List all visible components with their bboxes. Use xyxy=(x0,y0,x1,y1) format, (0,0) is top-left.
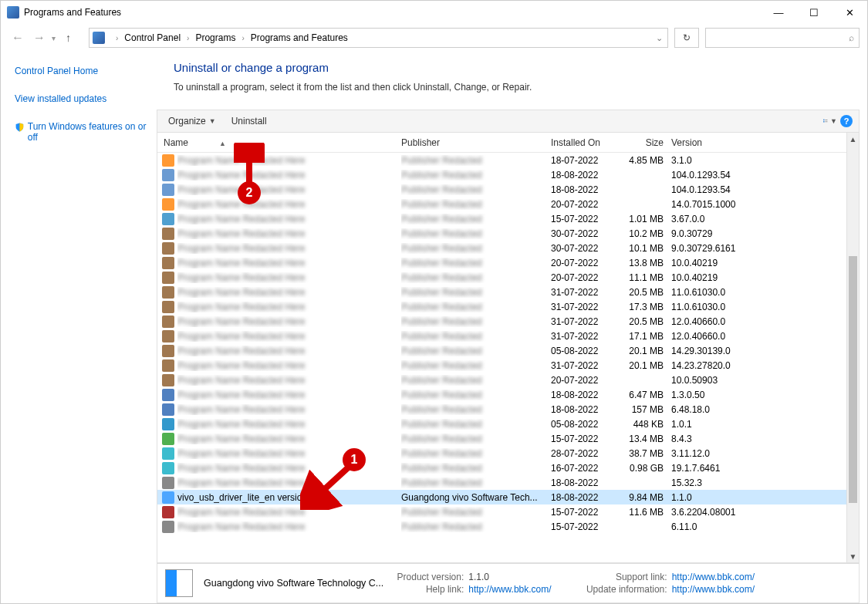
cell-name: Program Name Redacted Here xyxy=(177,199,401,210)
link-view-installed-updates[interactable]: View installed updates xyxy=(15,93,147,104)
cell-version: 12.0.40660.0 xyxy=(671,331,779,342)
program-icon xyxy=(162,374,174,386)
table-row[interactable]: Program Name Redacted HerePublisher Reda… xyxy=(157,285,846,299)
maximize-button[interactable]: ☐ xyxy=(796,1,832,24)
scrollbar[interactable]: ▲ ▼ xyxy=(846,133,859,562)
label-update-info: Update information: xyxy=(575,584,667,595)
forward-button[interactable]: → xyxy=(30,29,49,47)
cell-name: vivo_usb_driver_lite_en version 1.1.0 xyxy=(177,492,401,503)
cell-name: Program Name Redacted Here xyxy=(177,302,401,312)
table-row[interactable]: Program Name Redacted HerePublisher Reda… xyxy=(157,226,846,241)
table-row[interactable]: Program Name Redacted HerePublisher Reda… xyxy=(157,461,846,475)
history-dropdown[interactable]: ▾ xyxy=(52,34,61,42)
table-row[interactable]: Program Name Redacted HerePublisher Reda… xyxy=(157,343,846,358)
cell-installed: 28-07-2022 xyxy=(551,448,613,459)
table-row[interactable]: Program Name Redacted HerePublisher Reda… xyxy=(157,519,846,534)
link-update-info[interactable]: http://www.bbk.com/ xyxy=(672,584,755,595)
help-button[interactable]: ? xyxy=(840,115,853,127)
cell-size: 9.84 MB xyxy=(613,492,671,503)
uninstall-button[interactable]: Uninstall xyxy=(227,113,272,130)
cell-version: 12.0.40660.0 xyxy=(671,316,779,327)
chevron-right-icon: › xyxy=(111,34,123,42)
table-row[interactable]: Program Name Redacted HerePublisher Reda… xyxy=(157,475,846,490)
table-row[interactable]: Program Name Redacted HerePublisher Reda… xyxy=(157,417,846,431)
minimize-button[interactable]: ― xyxy=(761,1,796,24)
cell-name: Program Name Redacted Here xyxy=(177,287,401,298)
close-button[interactable]: ✕ xyxy=(832,1,867,24)
table-row[interactable]: Program Name Redacted HerePublisher Reda… xyxy=(157,270,846,285)
header-name[interactable]: Name▲ xyxy=(162,137,401,148)
header-version[interactable]: Version xyxy=(671,137,779,148)
cell-publisher: Publisher Redacted xyxy=(401,390,551,400)
cell-version: 3.1.0 xyxy=(671,155,779,166)
table-row[interactable]: Program Name Redacted HerePublisher Reda… xyxy=(157,299,846,314)
table-row[interactable]: Program Name Redacted HerePublisher Reda… xyxy=(157,329,846,343)
table-row[interactable]: Program Name Redacted HerePublisher Reda… xyxy=(157,197,846,211)
address-bar[interactable]: › Control Panel › Programs › Programs an… xyxy=(89,28,668,48)
cell-installed: 05-08-2022 xyxy=(551,419,613,430)
scroll-down-button[interactable]: ▼ xyxy=(847,550,859,562)
details-icon xyxy=(165,569,193,597)
label-help-link: Help link: xyxy=(390,584,464,595)
crumb-control-panel[interactable]: Control Panel xyxy=(123,32,182,43)
cell-installed: 18-07-2022 xyxy=(551,155,613,166)
table-row[interactable]: Program Name Redacted HerePublisher Reda… xyxy=(157,504,846,519)
cell-name: Program Name Redacted Here xyxy=(177,258,401,268)
program-icon xyxy=(162,154,174,167)
search-input[interactable]: ⌕ xyxy=(705,28,860,48)
header-size[interactable]: Size xyxy=(613,137,671,148)
cell-version: 104.0.1293.54 xyxy=(671,184,779,195)
address-dropdown[interactable]: ⌄ xyxy=(656,33,663,43)
cell-publisher: Publisher Redacted xyxy=(401,199,551,210)
cell-installed: 20-07-2022 xyxy=(551,199,613,210)
up-button[interactable]: ↑ xyxy=(66,32,81,44)
table-row[interactable]: Program Name Redacted HerePublisher Reda… xyxy=(157,431,846,446)
program-icon xyxy=(162,506,174,518)
table-row[interactable]: Program Name Redacted HerePublisher Reda… xyxy=(157,402,846,417)
link-windows-features[interactable]: Turn Windows features on or off xyxy=(28,121,147,143)
refresh-button[interactable]: ↻ xyxy=(674,28,699,48)
table-row[interactable]: Program Name Redacted HerePublisher Reda… xyxy=(157,182,846,197)
scroll-up-button[interactable]: ▲ xyxy=(847,133,859,145)
program-icon xyxy=(162,315,174,328)
program-icon xyxy=(162,521,174,533)
table-row[interactable]: Program Name Redacted HerePublisher Reda… xyxy=(157,314,846,329)
cell-version: 1.1.0 xyxy=(671,492,779,503)
table-row[interactable]: Program Name Redacted HerePublisher Reda… xyxy=(157,153,846,167)
svg-rect-3 xyxy=(825,121,827,122)
table-row[interactable]: Program Name Redacted HerePublisher Reda… xyxy=(157,255,846,270)
cell-size: 4.85 MB xyxy=(613,155,671,166)
cell-publisher: Publisher Redacted xyxy=(401,521,551,532)
table-row[interactable]: Program Name Redacted HerePublisher Reda… xyxy=(157,211,846,226)
crumb-programs[interactable]: Programs xyxy=(194,32,237,43)
link-support[interactable]: http://www.bbk.com/ xyxy=(672,572,755,582)
header-publisher[interactable]: Publisher xyxy=(401,137,551,148)
cell-name: Program Name Redacted Here xyxy=(177,155,401,166)
table-row[interactable]: vivo_usb_driver_lite_en version 1.1.0Gua… xyxy=(157,490,846,504)
link-control-panel-home[interactable]: Control Panel Home xyxy=(15,66,147,76)
cell-version: 14.0.7015.1000 xyxy=(671,199,779,210)
view-options-button[interactable]: ▼ xyxy=(823,116,837,127)
table-row[interactable]: Program Name Redacted HerePublisher Reda… xyxy=(157,358,846,373)
back-button[interactable]: ← xyxy=(8,29,27,47)
table-row[interactable]: Program Name Redacted HerePublisher Reda… xyxy=(157,241,846,255)
cell-publisher: Publisher Redacted xyxy=(401,507,551,518)
organize-button[interactable]: Organize ▼ xyxy=(164,113,221,130)
cell-installed: 20-07-2022 xyxy=(551,272,613,283)
scroll-thumb[interactable] xyxy=(849,256,857,503)
crumb-programs-features[interactable]: Programs and Features xyxy=(249,32,350,43)
table-row[interactable]: Program Name Redacted HerePublisher Reda… xyxy=(157,167,846,182)
cell-installed: 20-07-2022 xyxy=(551,375,613,386)
link-help[interactable]: http://www.bbk.com/ xyxy=(468,584,551,595)
cell-size: 13.8 MB xyxy=(613,258,671,268)
cell-version: 14.23.27820.0 xyxy=(671,360,779,371)
program-icon xyxy=(162,184,174,196)
table-row[interactable]: Program Name Redacted HerePublisher Reda… xyxy=(157,446,846,461)
table-row[interactable]: Program Name Redacted HerePublisher Reda… xyxy=(157,373,846,387)
table-row[interactable]: Program Name Redacted HerePublisher Reda… xyxy=(157,387,846,402)
cell-publisher: Publisher Redacted xyxy=(401,302,551,312)
header-installed-on[interactable]: Installed On xyxy=(551,137,613,148)
caret-down-icon: ▼ xyxy=(209,117,216,125)
svg-rect-2 xyxy=(825,120,827,120)
cell-installed: 18-08-2022 xyxy=(551,184,613,195)
